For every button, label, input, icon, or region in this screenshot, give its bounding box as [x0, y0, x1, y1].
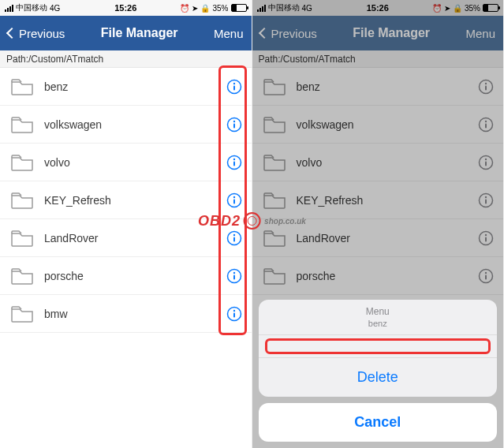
back-button[interactable]: Previous — [260, 27, 317, 40]
folder-label: volvo — [44, 156, 226, 169]
svg-point-13 — [233, 233, 234, 235]
folder-label: porsche — [44, 270, 226, 282]
folder-row[interactable]: bmw — [0, 295, 252, 333]
folder-row[interactable]: volvo — [252, 144, 504, 181]
folder-row[interactable]: KEY_Refresh — [0, 181, 252, 219]
svg-point-31 — [485, 196, 487, 197]
info-icon[interactable] — [478, 79, 494, 95]
folder-label: benz — [44, 80, 226, 93]
folder-label: bmw — [44, 308, 226, 320]
chevron-left-icon — [258, 28, 269, 39]
folder-icon — [11, 267, 33, 285]
action-sheet: Menu benz Delete Cancel — [259, 300, 498, 442]
info-icon[interactable] — [478, 155, 494, 170]
battery-icon — [231, 4, 247, 12]
svg-point-34 — [485, 233, 487, 235]
folder-label: volvo — [297, 156, 479, 169]
folder-row[interactable]: LandRover — [0, 219, 252, 257]
nav-bar: Previous File Manager Menu — [0, 16, 252, 50]
svg-rect-29 — [485, 161, 487, 166]
folder-label: KEY_Refresh — [44, 194, 226, 207]
folder-icon — [11, 192, 33, 209]
folder-row[interactable]: porsche — [0, 257, 252, 295]
folder-icon — [263, 192, 286, 209]
folder-row[interactable]: volvo — [0, 144, 252, 181]
zip-button[interactable] — [259, 335, 498, 358]
folder-icon — [263, 116, 286, 133]
folder-icon — [11, 154, 33, 171]
svg-point-7 — [233, 158, 234, 159]
folder-icon — [11, 116, 33, 133]
back-button[interactable]: Previous — [8, 27, 65, 40]
folder-row[interactable]: LandRover — [252, 219, 504, 257]
svg-point-10 — [233, 196, 234, 197]
svg-rect-8 — [233, 161, 235, 166]
svg-rect-35 — [485, 237, 487, 241]
back-label: Previous — [19, 27, 65, 40]
menu-button[interactable]: Menu — [465, 27, 495, 40]
action-sheet-subtitle: benz — [259, 319, 498, 335]
svg-point-22 — [485, 82, 487, 84]
info-icon[interactable] — [478, 230, 494, 246]
folder-row[interactable]: porsche — [252, 257, 504, 295]
svg-rect-17 — [233, 274, 235, 279]
svg-rect-11 — [233, 199, 235, 203]
cancel-button[interactable]: Cancel — [259, 403, 498, 442]
info-icon[interactable] — [478, 192, 494, 208]
folder-list-left: benzvolkswagenvolvoKEY_RefreshLandRoverp… — [0, 68, 252, 333]
page-title: File Manager — [353, 26, 430, 40]
info-icon[interactable] — [226, 117, 242, 133]
screenshot-right: 中国移动 4G 15:26 ⏰ ➤ 🔒 35% Previous File Ma… — [252, 0, 505, 448]
folder-list-right: benzvolkswagenvolvoKEY_RefreshLandRoverp… — [252, 68, 504, 295]
info-icon[interactable] — [226, 268, 242, 284]
svg-point-1 — [233, 82, 234, 84]
action-sheet-group: Menu benz Delete — [259, 300, 498, 397]
folder-row[interactable]: benz — [252, 68, 504, 106]
folder-label: LandRover — [297, 232, 479, 245]
delete-button[interactable]: Delete — [259, 358, 498, 397]
folder-row[interactable]: volkswagen — [252, 106, 504, 144]
clock-label: 15:26 — [0, 3, 252, 13]
svg-rect-32 — [485, 199, 487, 203]
folder-icon — [263, 230, 286, 247]
info-icon[interactable] — [226, 306, 242, 322]
svg-rect-26 — [485, 123, 487, 128]
folder-row[interactable]: KEY_Refresh — [252, 181, 504, 219]
svg-rect-20 — [233, 312, 235, 317]
clock-label: 15:26 — [252, 3, 504, 13]
info-icon[interactable] — [226, 192, 242, 208]
path-bar: Path:/Custom/ATmatch — [0, 50, 252, 68]
info-icon[interactable] — [226, 230, 242, 246]
folder-icon — [263, 154, 286, 171]
folder-label: volkswagen — [297, 118, 479, 131]
svg-point-16 — [233, 271, 234, 273]
folder-label: volkswagen — [44, 118, 226, 131]
folder-row[interactable]: benz — [0, 68, 252, 106]
info-icon[interactable] — [478, 268, 494, 284]
folder-label: KEY_Refresh — [297, 194, 479, 207]
svg-point-25 — [485, 120, 487, 121]
folder-row[interactable]: volkswagen — [0, 106, 252, 144]
action-sheet-title: Menu — [259, 300, 498, 319]
screenshot-left: 中国移动 4G 15:26 ⏰ ➤ 🔒 35% Previous File Ma… — [0, 0, 252, 448]
path-bar: Path:/Custom/ATmatch — [252, 50, 504, 68]
folder-icon — [263, 267, 286, 285]
svg-point-37 — [485, 271, 487, 273]
battery-icon — [483, 4, 498, 12]
folder-icon — [263, 78, 286, 95]
page-title: File Manager — [101, 26, 178, 40]
status-bar: 中国移动 4G 15:26 ⏰ ➤ 🔒 35% — [0, 0, 252, 16]
folder-label: benz — [297, 80, 479, 93]
info-icon[interactable] — [478, 117, 494, 133]
folder-icon — [11, 230, 33, 247]
svg-rect-23 — [485, 85, 487, 90]
info-icon[interactable] — [226, 155, 242, 170]
info-icon[interactable] — [226, 79, 242, 95]
folder-icon — [11, 78, 33, 95]
svg-point-19 — [233, 309, 234, 311]
folder-icon — [11, 305, 33, 323]
nav-bar: Previous File Manager Menu — [252, 16, 504, 50]
svg-rect-14 — [233, 237, 235, 241]
menu-button[interactable]: Menu — [214, 27, 244, 40]
svg-rect-5 — [233, 123, 235, 128]
